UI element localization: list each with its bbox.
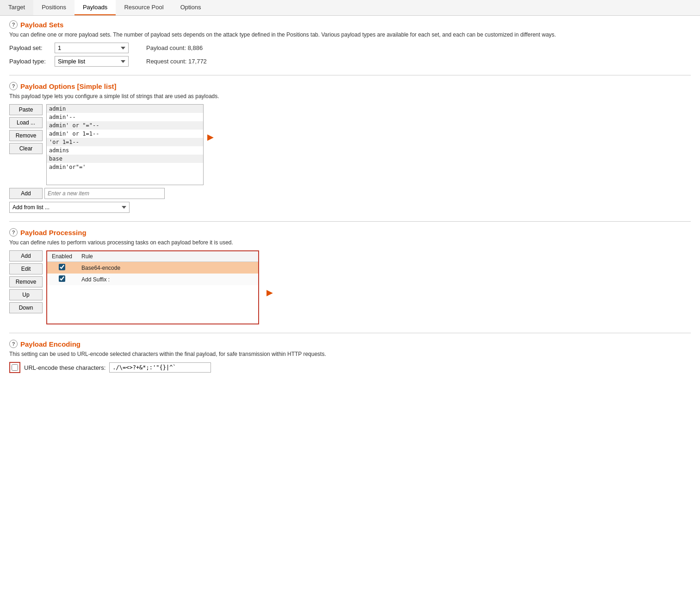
processing-down-button[interactable]: Down xyxy=(9,302,43,313)
tab-options[interactable]: Options xyxy=(172,0,210,15)
payload-sets-section: ? Payload Sets You can define one or mor… xyxy=(9,20,691,67)
payload-type-row: Payload type: Simple list Request count:… xyxy=(9,56,691,67)
tab-bar: Target Positions Payloads Resource Pool … xyxy=(0,0,700,16)
payload-list-area: Paste Load ... Remove Clear adminadmin'-… xyxy=(9,104,691,185)
list-arrow-icon: ▶ xyxy=(207,132,214,142)
payload-encoding-help-icon[interactable]: ? xyxy=(9,340,18,348)
payload-encoding-section: ? Payload Encoding This setting can be u… xyxy=(9,340,691,373)
payload-processing-header: ? Payload Processing xyxy=(9,228,691,237)
add-item-row: Add xyxy=(9,188,691,199)
rule-enabled-cell xyxy=(47,274,77,285)
payload-list[interactable]: adminadmin'--admin' or "="--admin' or 1=… xyxy=(46,104,204,185)
url-encode-checkbox[interactable] xyxy=(12,364,18,371)
add-item-input[interactable] xyxy=(44,188,165,199)
payload-sets-help-icon[interactable]: ? xyxy=(9,20,18,29)
table-row[interactable]: Add Suffix : xyxy=(47,274,258,285)
processing-arrow-icon: ▶ xyxy=(266,287,273,298)
tab-payloads[interactable]: Payloads xyxy=(74,0,116,15)
payload-type-select[interactable]: Simple list xyxy=(55,56,129,67)
list-item[interactable]: admin xyxy=(47,105,203,113)
payload-set-label: Payload set: xyxy=(9,44,51,51)
url-encode-checkbox-container xyxy=(9,362,20,373)
rule-name-cell: Base64-encode xyxy=(77,262,258,274)
payload-set-row: Payload set: 1 Payload count: 8,886 xyxy=(9,43,691,53)
payload-encoding-header: ? Payload Encoding xyxy=(9,340,691,348)
tab-target[interactable]: Target xyxy=(0,0,33,15)
tab-resource-pool[interactable]: Resource Pool xyxy=(116,0,172,15)
url-encode-label: URL-encode these characters: xyxy=(24,364,105,371)
clear-button[interactable]: Clear xyxy=(9,143,43,154)
payload-set-select[interactable]: 1 xyxy=(55,43,129,53)
list-item[interactable]: 'or 1=1-- xyxy=(47,138,203,146)
add-from-list-row: Add from list ... xyxy=(9,202,691,213)
rule-column-header: Rule xyxy=(77,251,258,262)
list-item[interactable]: admins xyxy=(47,146,203,155)
rule-enabled-cell xyxy=(47,262,77,274)
url-encode-characters-input[interactable] xyxy=(109,362,211,373)
rule-name-cell: Add Suffix : xyxy=(77,274,258,285)
add-button[interactable]: Add xyxy=(9,188,43,199)
list-item[interactable]: admin' or "="-- xyxy=(47,121,203,130)
processing-remove-button[interactable]: Remove xyxy=(9,276,43,287)
load-button[interactable]: Load ... xyxy=(9,117,43,128)
list-buttons-group: Paste Load ... Remove Clear xyxy=(9,104,43,154)
payload-sets-header: ? Payload Sets xyxy=(9,20,691,29)
processing-buttons-group: Add Edit Remove Up Down xyxy=(9,250,43,313)
payload-options-title: Payload Options [Simple list] xyxy=(20,82,117,90)
payload-options-description: This payload type lets you configure a s… xyxy=(9,93,691,100)
tab-positions[interactable]: Positions xyxy=(33,0,74,15)
payload-encoding-title: Payload Encoding xyxy=(20,340,81,348)
payload-processing-help-icon[interactable]: ? xyxy=(9,228,18,237)
rule-enabled-checkbox[interactable] xyxy=(59,264,65,270)
list-item[interactable]: base xyxy=(47,155,203,163)
payload-sets-title: Payload Sets xyxy=(20,21,63,29)
processing-edit-button[interactable]: Edit xyxy=(9,263,43,274)
list-item[interactable]: admin'or"=' xyxy=(47,163,203,171)
payload-options-header: ? Payload Options [Simple list] xyxy=(9,82,691,90)
payload-encoding-description: This setting can be used to URL-encode s… xyxy=(9,351,691,357)
main-content: ? Payload Sets You can define one or mor… xyxy=(0,16,700,386)
enabled-column-header: Enabled xyxy=(47,251,77,262)
request-count-label: Request count: 17,772 xyxy=(146,58,207,65)
payload-sets-description: You can define one or more payload sets.… xyxy=(9,31,691,38)
payload-count-label: Payload count: 8,886 xyxy=(146,44,203,51)
table-row[interactable]: Base64-encode xyxy=(47,262,258,274)
payload-processing-title: Payload Processing xyxy=(20,229,87,237)
list-item[interactable]: admin'-- xyxy=(47,113,203,121)
processing-table: Enabled Rule Base64-encode Add Suffix : xyxy=(47,251,258,285)
processing-area: Add Edit Remove Up Down Enabled Rule xyxy=(9,250,691,324)
remove-button[interactable]: Remove xyxy=(9,130,43,141)
list-item[interactable]: admin' or 1=1-- xyxy=(47,130,203,138)
processing-add-button[interactable]: Add xyxy=(9,250,43,261)
payload-type-label: Payload type: xyxy=(9,58,51,65)
payload-processing-description: You can define rules to perform various … xyxy=(9,239,691,246)
payload-options-section: ? Payload Options [Simple list] This pay… xyxy=(9,82,691,213)
encoding-row: URL-encode these characters: xyxy=(9,362,691,373)
payload-sets-controls: Payload set: 1 Payload count: 8,886 Payl… xyxy=(9,43,691,67)
add-from-list-select[interactable]: Add from list ... xyxy=(9,202,130,213)
payload-options-help-icon[interactable]: ? xyxy=(9,82,18,90)
processing-table-container: Enabled Rule Base64-encode Add Suffix : xyxy=(46,250,259,324)
payload-processing-section: ? Payload Processing You can define rule… xyxy=(9,228,691,324)
processing-up-button[interactable]: Up xyxy=(9,289,43,300)
rule-enabled-checkbox[interactable] xyxy=(59,275,65,282)
paste-button[interactable]: Paste xyxy=(9,104,43,115)
